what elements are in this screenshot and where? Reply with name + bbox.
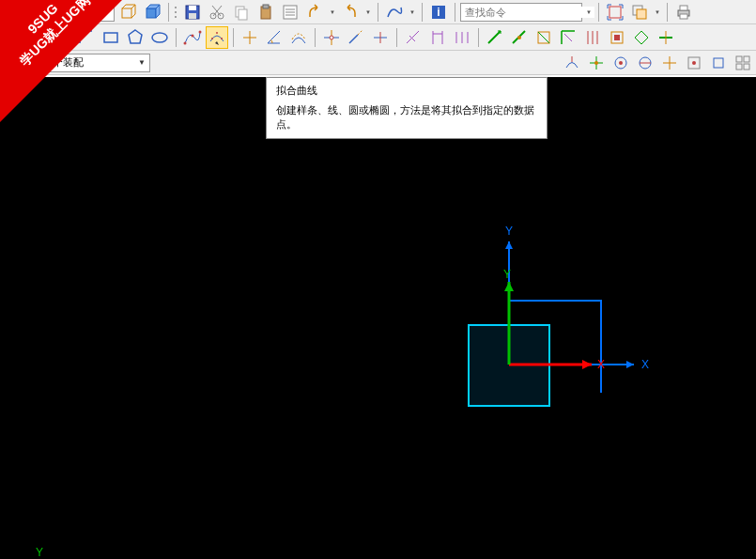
copy-button[interactable]	[230, 1, 253, 23]
snap-button-3[interactable]	[609, 52, 632, 74]
svg-rect-8	[189, 13, 196, 19]
snap-button-7[interactable]	[707, 52, 730, 74]
dim-button-1[interactable]	[402, 26, 424, 49]
spline-points-button[interactable]	[181, 26, 204, 49]
zoom-region-button[interactable]	[628, 1, 651, 23]
svg-point-33	[184, 41, 187, 44]
svg-point-3	[175, 7, 177, 8]
edge-button-8[interactable]	[655, 26, 677, 49]
search-dropdown[interactable]: ▼	[584, 1, 594, 23]
svg-rect-14	[263, 5, 269, 8]
svg-line-49	[409, 36, 415, 41]
svg-point-37	[216, 32, 218, 34]
svg-rect-84	[736, 64, 742, 70]
curve-tool-button[interactable]	[383, 1, 406, 23]
csys-x-arrow	[626, 361, 634, 368]
csys-x-label: X	[641, 358, 649, 371]
wcs-y-arrow	[504, 282, 514, 291]
csys-y-label: Y	[505, 225, 513, 238]
viewport-3d[interactable]: X Y X Y Y	[0, 77, 756, 559]
zoom-dropdown[interactable]: ▼	[653, 1, 662, 23]
svg-point-4	[175, 11, 177, 13]
svg-point-5	[175, 16, 177, 18]
svg-point-34	[192, 34, 194, 37]
chevron-down-icon[interactable]: ▼	[138, 58, 146, 67]
snap-button-2[interactable]	[585, 52, 608, 74]
svg-rect-23	[609, 7, 621, 18]
point-button[interactable]	[239, 26, 261, 49]
edge-button-6[interactable]	[606, 26, 628, 49]
svg-rect-2	[147, 8, 156, 18]
print-button[interactable]	[672, 1, 695, 23]
fit-curve-button[interactable]	[206, 26, 228, 49]
undo-button[interactable]	[303, 1, 326, 23]
offset-curve-button[interactable]	[287, 26, 310, 49]
svg-point-43	[330, 36, 333, 39]
edge-button-2[interactable]	[508, 26, 531, 49]
tooltip-description: 创建样条、线、圆或椭圆，方法是将其拟合到指定的数据点。	[276, 103, 537, 132]
svg-text:i: i	[437, 6, 440, 19]
svg-line-48	[407, 31, 419, 43]
svg-rect-28	[680, 14, 687, 19]
cut-button[interactable]	[206, 1, 228, 23]
edge-button-1[interactable]	[484, 26, 506, 49]
wcs-x-arrow	[582, 360, 592, 369]
snap-button-5[interactable]	[658, 52, 681, 74]
svg-rect-1	[122, 8, 131, 18]
svg-line-61	[564, 34, 572, 41]
svg-point-72	[594, 61, 598, 65]
snap-button-8[interactable]	[732, 52, 754, 74]
undo-dropdown[interactable]: ▼	[328, 1, 337, 23]
csys-y-arrow	[505, 241, 513, 249]
svg-point-38	[221, 38, 223, 39]
wcs-y-label: Y	[503, 268, 511, 281]
svg-rect-81	[714, 58, 723, 68]
svg-rect-7	[189, 6, 196, 10]
legend-y-label: Y	[36, 546, 43, 559]
command-search[interactable]	[460, 3, 582, 22]
svg-point-32	[152, 33, 167, 42]
tooltip-popup: 拟合曲线 创建样条、线、圆或椭圆，方法是将其拟合到指定的数据点。	[266, 77, 548, 139]
svg-rect-66	[614, 35, 620, 40]
wcs-x-label: X	[597, 358, 605, 371]
curve-dropdown[interactable]: ▼	[408, 1, 417, 23]
svg-rect-12	[239, 9, 247, 20]
snap-button-4[interactable]	[634, 52, 656, 74]
snap-button-6[interactable]	[683, 52, 705, 74]
redo-dropdown[interactable]: ▼	[363, 1, 373, 23]
snap-button-1[interactable]	[561, 52, 583, 74]
search-input[interactable]	[465, 7, 594, 18]
angle-line-button[interactable]	[263, 26, 285, 49]
svg-line-56	[488, 31, 501, 43]
tooltip-title: 拟合曲线	[276, 84, 537, 98]
extend-button[interactable]	[345, 26, 367, 49]
trim-button[interactable]	[320, 26, 343, 49]
svg-point-58	[517, 36, 521, 39]
svg-rect-25	[637, 9, 646, 19]
svg-point-36	[211, 38, 213, 39]
properties-button[interactable]	[279, 1, 301, 23]
ellipse-button[interactable]	[148, 26, 171, 49]
edge-button-3[interactable]	[532, 26, 555, 49]
cube-solid-button[interactable]	[141, 1, 163, 23]
redo-button[interactable]	[339, 1, 362, 23]
svg-rect-27	[680, 6, 687, 10]
dim-button-3[interactable]	[451, 26, 473, 49]
info-button[interactable]: i	[427, 1, 450, 23]
svg-line-44	[349, 35, 358, 43]
edge-button-5[interactable]	[581, 26, 604, 49]
edge-button-4[interactable]	[557, 26, 579, 49]
grip-icon	[174, 4, 179, 21]
viewport-canvas: X Y X Y Y	[0, 77, 756, 559]
svg-marker-31	[129, 30, 142, 43]
fit-view-button[interactable]	[604, 1, 626, 23]
dim-button-2[interactable]	[426, 26, 449, 49]
split-button[interactable]	[369, 26, 392, 49]
save-button[interactable]	[181, 1, 204, 23]
paste-button[interactable]	[255, 1, 277, 23]
svg-point-74	[619, 61, 623, 65]
svg-point-35	[199, 30, 202, 33]
polygon-button[interactable]	[124, 26, 147, 49]
svg-line-60	[538, 32, 549, 43]
edge-button-7[interactable]	[630, 26, 653, 49]
